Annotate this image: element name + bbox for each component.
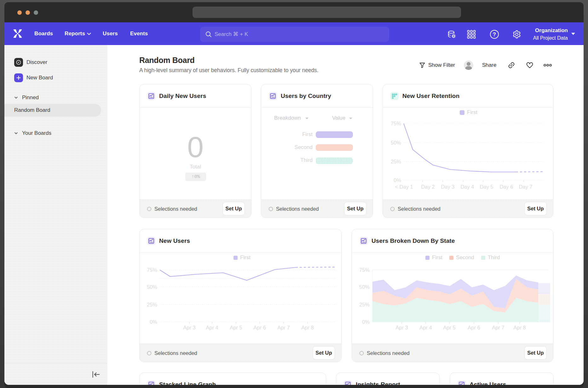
- svg-text:Apr 8: Apr 8: [513, 325, 526, 330]
- svg-text:Day 6: Day 6: [499, 184, 513, 190]
- svg-text:Day 7: Day 7: [519, 184, 532, 190]
- svg-text:Apr 8: Apr 8: [301, 325, 314, 330]
- svg-text:< Day 1: < Day 1: [395, 184, 413, 190]
- svg-text:Apr 4: Apr 4: [419, 325, 432, 330]
- svg-text:0%: 0%: [150, 319, 157, 325]
- svg-text:50%: 50%: [391, 140, 401, 146]
- svg-text:Apr 6: Apr 6: [468, 325, 480, 330]
- svg-text:Apr 7: Apr 7: [277, 325, 290, 330]
- svg-text:75%: 75%: [391, 121, 401, 126]
- svg-text:Apr 3: Apr 3: [395, 325, 408, 330]
- svg-text:25%: 25%: [359, 302, 370, 307]
- svg-text:Apr 6: Apr 6: [253, 325, 266, 330]
- svg-text:Day 5: Day 5: [480, 184, 493, 190]
- svg-text:Day 2: Day 2: [421, 184, 435, 190]
- svg-text:Apr 5: Apr 5: [443, 325, 455, 330]
- svg-text:50%: 50%: [359, 284, 370, 290]
- svg-text:Apr 7: Apr 7: [492, 325, 504, 330]
- svg-text:75%: 75%: [359, 267, 370, 273]
- svg-text:25%: 25%: [391, 159, 401, 164]
- svg-text:?: ?: [493, 31, 496, 37]
- svg-text:75%: 75%: [147, 267, 157, 273]
- svg-text:0%: 0%: [362, 319, 370, 325]
- svg-text:0%: 0%: [394, 177, 401, 183]
- svg-text:Apr 4: Apr 4: [206, 325, 218, 330]
- svg-text:Apr 3: Apr 3: [183, 325, 195, 330]
- svg-text:Apr 5: Apr 5: [230, 325, 242, 330]
- svg-text:50%: 50%: [147, 284, 157, 290]
- svg-text:Day 3: Day 3: [441, 184, 454, 190]
- svg-text:Day 4: Day 4: [460, 184, 474, 190]
- svg-text:25%: 25%: [147, 302, 157, 307]
